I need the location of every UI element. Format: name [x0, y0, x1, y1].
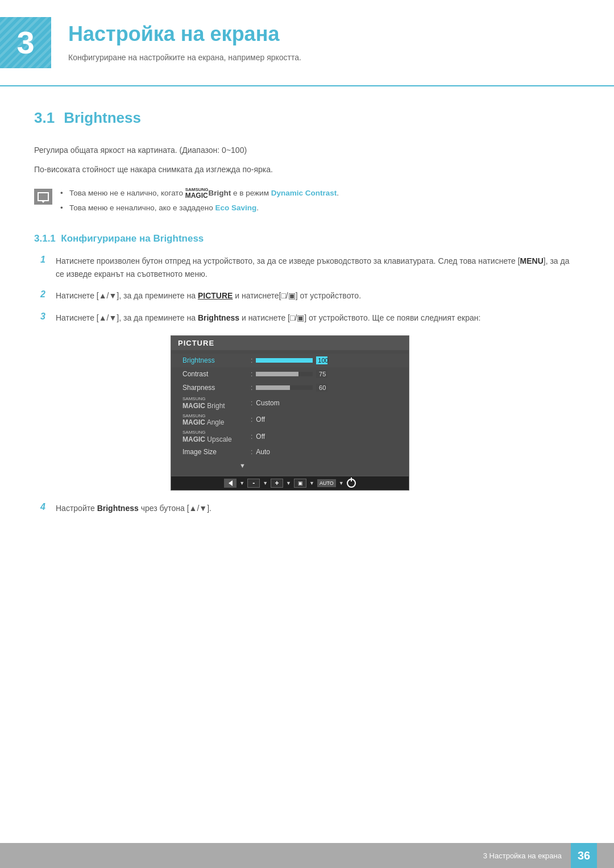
- menu-item-contrast: Contrast : 75: [171, 367, 409, 381]
- section-31-title: 3.1 Brightness: [34, 109, 580, 127]
- toolbar-btn-menu: ▣: [294, 479, 306, 488]
- toolbar-power-btn: [347, 479, 356, 488]
- menu-item-magic-upscale-value: Off: [256, 433, 265, 441]
- menu-title-bar: PICTURE: [171, 336, 409, 350]
- menu-item-contrast-name: Contrast: [182, 370, 251, 378]
- page-footer: 3 Настройка на екрана 36: [0, 843, 614, 868]
- chapter-number-block: 3: [0, 17, 51, 68]
- footer-page-number: 36: [571, 843, 597, 868]
- subsection-311-title: 3.1.1 Конфигуриране на Brightness: [34, 233, 580, 244]
- section-31-desc1: Регулира общата яркост на картината. (Ди…: [34, 144, 580, 156]
- subsection-311-number: 3.1.1: [34, 233, 56, 244]
- chapter-title: Настройка на екрана: [68, 22, 301, 46]
- section-31-desc2: По-високата стойност ще накара снимката …: [34, 163, 580, 176]
- menu-items: Brightness : 100 Contrast :: [171, 350, 409, 476]
- menu-item-brightness: Brightness : 100: [171, 354, 409, 367]
- toolbar-btn-plus: +: [271, 479, 283, 488]
- menu-item-sharpness-name: Sharpness: [182, 384, 251, 392]
- step-4: 4 Настройте Brightness чрез бутона [▲/▼]…: [34, 502, 580, 514]
- note-line-1: Това меню не е налично, когато SAMSUNGMA…: [60, 188, 580, 199]
- note-icon-inner: [38, 192, 49, 201]
- step-3: 3 Натиснете [▲/▼], за да преминете на Br…: [34, 312, 580, 324]
- section-31-number: 3.1: [34, 109, 55, 127]
- menu-item-magic-angle-name: SAMSUNG MAGIC Angle: [182, 413, 251, 427]
- step-2-number: 2: [34, 289, 45, 300]
- menu-item-magic-angle-value: Off: [256, 416, 265, 423]
- brightness-bar-container: 100: [256, 356, 403, 364]
- contrast-bar-fill: [256, 372, 298, 376]
- menu-item-magic-upscale-name: SAMSUNG MAGIC Upscale: [182, 430, 251, 443]
- chapter-title-block: Настройка на екрана Конфигуриране на нас…: [51, 17, 301, 62]
- footer-text: 3 Настройка на екрана: [483, 852, 562, 860]
- menu-item-image-size: Image Size : Auto: [171, 445, 409, 459]
- step-2-text: Натиснете [▲/▼], за да преминете на PICT…: [56, 289, 580, 302]
- monitor-menu: PICTURE Brightness : 100 Contrast: [171, 335, 409, 491]
- menu-item-sharpness: Sharpness : 60: [171, 381, 409, 394]
- main-content: 3.1 Brightness Регулира общата яркост на…: [0, 109, 614, 514]
- monitor-screenshot: PICTURE Brightness : 100 Contrast: [171, 335, 409, 491]
- sharpness-bar-fill: [256, 385, 290, 390]
- menu-item-magic-bright-name: SAMSUNG MAGIC Bright: [182, 396, 251, 410]
- contrast-value: 75: [316, 370, 327, 378]
- step-1-number: 1: [34, 255, 45, 265]
- menu-item-brightness-name: Brightness: [182, 356, 251, 364]
- step-3-number: 3: [34, 312, 45, 322]
- toolbar-btn-minus: -: [247, 479, 260, 488]
- note-line-2: Това меню е неналично, ако е зададено Ec…: [60, 202, 580, 214]
- section-31-label: Brightness: [64, 109, 141, 127]
- note-icon: [34, 189, 52, 205]
- chapter-header: 3 Настройка на екрана Конфигуриране на н…: [0, 0, 614, 80]
- brightness-value: 100: [316, 356, 327, 364]
- menu-item-arrow: ▼: [171, 459, 409, 472]
- subsection-311-label: Конфигуриране на Brightness: [61, 233, 204, 244]
- menu-item-magic-bright-value: Custom: [256, 399, 279, 407]
- note-lines: Това меню не е налично, когато SAMSUNGMA…: [60, 188, 580, 218]
- step-1: 1 Натиснете произволен бутон отпред на у…: [34, 255, 580, 280]
- menu-item-magic-angle: SAMSUNG MAGIC Angle : Off: [171, 412, 409, 429]
- menu-title-text: PICTURE: [178, 339, 214, 347]
- toolbar-auto-label: AUTO: [317, 479, 336, 487]
- note-box: Това меню не е налично, когато SAMSUNGMA…: [34, 188, 580, 218]
- menu-item-image-size-name: Image Size: [182, 448, 251, 456]
- sharpness-bar-bg: [256, 385, 313, 390]
- menu-item-magic-bright: SAMSUNG MAGIC Bright : Custom: [171, 394, 409, 412]
- menu-item-magic-upscale: SAMSUNG MAGIC Upscale : Off: [171, 428, 409, 445]
- toolbar-btn-1: [224, 479, 237, 488]
- eco-saving-label: Eco Saving: [215, 203, 256, 212]
- step-3-text: Натиснете [▲/▼], за да преминете на Brig…: [56, 312, 580, 324]
- samsung-magic-brand: SAMSUNGMAGIC: [185, 188, 209, 199]
- sharpness-value: 60: [316, 384, 327, 392]
- header-divider: [0, 85, 614, 86]
- chapter-subtitle: Конфигуриране на настройките на екрана, …: [68, 53, 301, 62]
- step-4-text: Настройте Brightness чрез бутона [▲/▼].: [56, 502, 580, 514]
- contrast-bar-container: 75: [256, 370, 403, 378]
- dynamic-contrast-label: Dynamic Contrast: [271, 189, 337, 197]
- brightness-bar-bg: [256, 358, 313, 363]
- step-4-number: 4: [34, 502, 45, 512]
- sharpness-bar-container: 60: [256, 384, 403, 392]
- contrast-bar-bg: [256, 372, 313, 376]
- brightness-bar-fill: [256, 358, 313, 363]
- chapter-number: 3: [16, 27, 34, 59]
- menu-item-image-size-value: Auto: [256, 448, 270, 456]
- step-2: 2 Натиснете [▲/▼], за да преминете на PI…: [34, 289, 580, 302]
- monitor-toolbar: ▼ - ▼ + ▼ ▣ ▼ AUTO ▼: [171, 476, 409, 490]
- step-1-text: Натиснете произволен бутон отпред на уст…: [56, 255, 580, 280]
